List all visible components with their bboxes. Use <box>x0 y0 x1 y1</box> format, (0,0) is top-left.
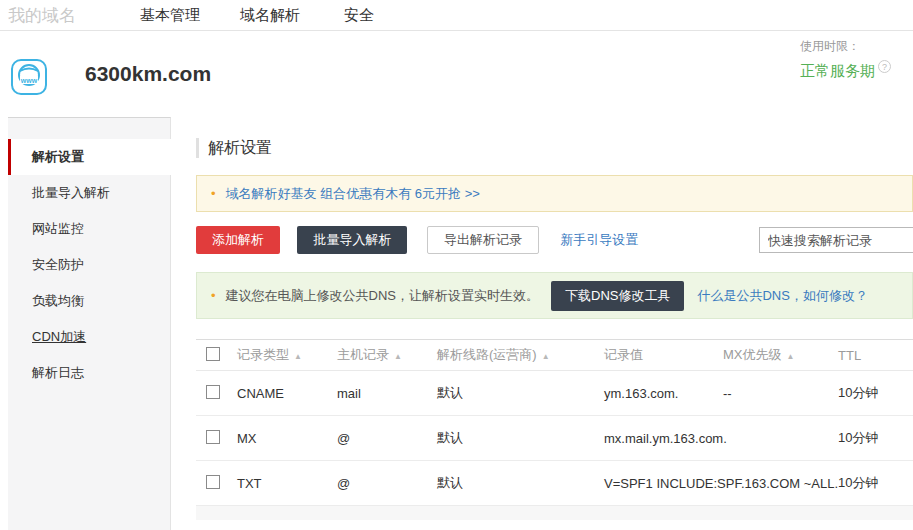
header-host-record[interactable]: 主机记录▲ <box>337 346 437 364</box>
tab-domain-resolution[interactable]: 域名解析 <box>240 6 300 25</box>
service-status-badge: 正常服务期? <box>800 60 891 81</box>
bullet-icon: • <box>211 288 216 303</box>
sort-asc-icon[interactable]: ▲ <box>542 352 550 361</box>
cell-record-value: ym.163.com. <box>604 386 723 401</box>
beginner-guide-link[interactable]: 新手引导设置 <box>560 226 638 254</box>
bullet-icon: • <box>211 186 216 201</box>
toolbar: 添加解析 批量导入解析 导出解析记录 新手引导设置 <box>196 226 913 254</box>
cell-resolution-line: 默认 <box>437 474 604 492</box>
promo-link[interactable]: 域名解析好基友 组合优惠有木有 6元开抢 >> <box>226 185 480 203</box>
cell-host-record: mail <box>337 386 437 401</box>
cell-ttl: 10分钟 <box>838 429 913 447</box>
table-row: CNAME mail 默认 ym.163.com. -- 10分钟 <box>196 371 913 416</box>
page-title: 解析设置 <box>196 138 913 158</box>
sort-asc-icon[interactable]: ▲ <box>787 352 795 361</box>
header-record-value: 记录值 <box>604 346 723 364</box>
dns-tip-banner: • 建议您在电脑上修改公共DNS，让解析设置实时生效。 下载DNS修改工具 什么… <box>196 272 913 319</box>
main-content: 解析设置 • 域名解析好基友 组合优惠有木有 6元开抢 >> 添加解析 批量导入… <box>171 117 913 530</box>
cell-host-record: @ <box>337 476 437 491</box>
sidebar-item-cdn-acceleration[interactable]: CDN加速 <box>8 319 170 355</box>
top-nav: 我的域名 基本管理 域名解析 安全 <box>0 0 913 31</box>
sidebar-item-site-monitoring[interactable]: 网站监控 <box>8 211 170 247</box>
tab-basic-management[interactable]: 基本管理 <box>140 6 200 25</box>
sidebar-item-batch-import[interactable]: 批量导入解析 <box>8 175 170 211</box>
search-records-input[interactable] <box>759 227 913 253</box>
globe-www-icon: www <box>10 58 48 96</box>
cell-mx-priority: -- <box>723 386 838 401</box>
sidebar-item-load-balancing[interactable]: 负载均衡 <box>8 283 170 319</box>
cell-ttl: 10分钟 <box>838 474 913 492</box>
promo-banner: • 域名解析好基友 组合优惠有木有 6元开抢 >> <box>196 175 913 212</box>
help-icon[interactable]: ? <box>878 60 891 73</box>
row-checkbox[interactable] <box>206 385 220 399</box>
svg-text:www: www <box>20 77 38 84</box>
batch-import-button[interactable]: 批量导入解析 <box>297 226 407 254</box>
domain-console-page: 我的域名 基本管理 域名解析 安全 www 6300km.com 使用时限： 正… <box>0 0 913 530</box>
table-footer-strip <box>196 506 913 520</box>
cell-record-type: TXT <box>237 476 337 491</box>
sidebar-item-resolution-logs[interactable]: 解析日志 <box>8 355 170 391</box>
select-all-checkbox[interactable] <box>206 347 220 361</box>
usage-period-label: 使用时限： <box>800 38 860 55</box>
header-ttl: TTL <box>838 348 913 363</box>
cell-resolution-line: 默认 <box>437 384 604 402</box>
dns-records-table: 记录类型▲ 主机记录▲ 解析线路(运营商)▲ 记录值 MX优先级▲ TTL CN… <box>196 339 913 520</box>
header-mx-priority[interactable]: MX优先级▲ <box>723 346 838 364</box>
add-record-button[interactable]: 添加解析 <box>196 226 280 254</box>
domain-name-title: 6300km.com <box>85 62 211 86</box>
cell-resolution-line: 默认 <box>437 429 604 447</box>
download-dns-tool-button[interactable]: 下载DNS修改工具 <box>551 281 684 311</box>
header-resolution-line[interactable]: 解析线路(运营商)▲ <box>437 346 604 364</box>
sort-asc-icon[interactable]: ▲ <box>394 352 402 361</box>
header-checkbox-cell <box>196 347 237 364</box>
cell-host-record: @ <box>337 431 437 446</box>
sidebar: 解析设置 批量导入解析 网站监控 安全防护 负载均衡 CDN加速 解析日志 <box>8 117 171 530</box>
header-record-type[interactable]: 记录类型▲ <box>237 346 337 364</box>
sidebar-item-resolution-settings[interactable]: 解析设置 <box>8 139 171 175</box>
table-row: TXT @ 默认 V=SPF1 INCLUDE:SPF.163.COM ~ALL… <box>196 461 913 506</box>
tab-security[interactable]: 安全 <box>344 6 374 25</box>
domain-header: www 6300km.com 使用时限： 正常服务期? <box>0 32 913 117</box>
dns-tip-text: 建议您在电脑上修改公共DNS，让解析设置实时生效。 <box>226 287 539 305</box>
cell-ttl: 10分钟 <box>838 384 913 402</box>
service-status-text: 正常服务期 <box>800 62 875 79</box>
breadcrumb-my-domains[interactable]: 我的域名 <box>8 4 76 27</box>
table-row: MX @ 默认 mx.mail.ym.163.com. 10分钟 <box>196 416 913 461</box>
table-header-row: 记录类型▲ 主机记录▲ 解析线路(运营商)▲ 记录值 MX优先级▲ TTL <box>196 340 913 371</box>
cell-record-value: V=SPF1 INCLUDE:SPF.163.COM ~ALL. <box>604 476 723 491</box>
cell-record-type: CNAME <box>237 386 337 401</box>
sidebar-item-security-protection[interactable]: 安全防护 <box>8 247 170 283</box>
sort-asc-icon[interactable]: ▲ <box>294 352 302 361</box>
cell-record-type: MX <box>237 431 337 446</box>
row-checkbox[interactable] <box>206 475 220 489</box>
cell-record-value: mx.mail.ym.163.com. <box>604 431 723 446</box>
row-checkbox[interactable] <box>206 430 220 444</box>
export-records-button[interactable]: 导出解析记录 <box>427 226 539 254</box>
what-is-public-dns-link[interactable]: 什么是公共DNS，如何修改？ <box>697 287 867 305</box>
